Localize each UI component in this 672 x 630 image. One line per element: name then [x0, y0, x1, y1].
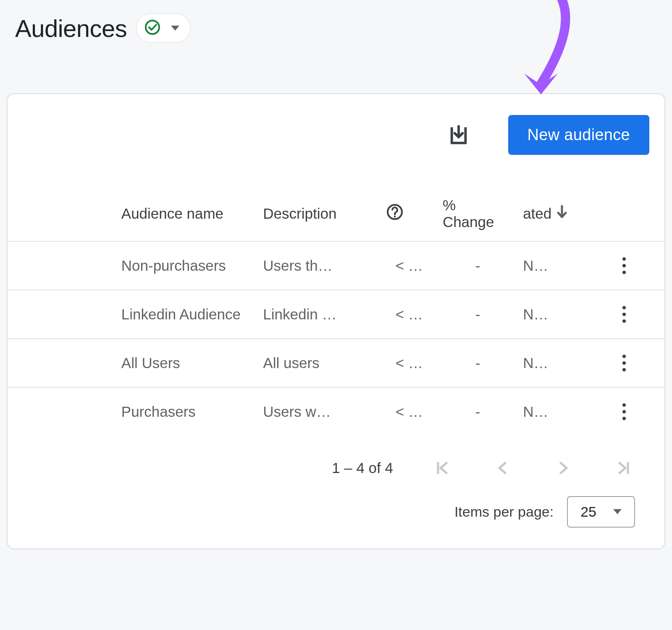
table-row[interactable]: All UsersAll users< …-N… — [8, 339, 664, 387]
card-toolbar: New audience — [8, 94, 664, 159]
chevron-down-icon — [613, 509, 622, 514]
cell-description: Linkedin … — [258, 290, 381, 339]
cell-ated: N… — [518, 290, 584, 339]
row-menu-button[interactable] — [589, 400, 659, 423]
cell-description: All users — [258, 339, 381, 387]
page-header: Audiences — [5, 0, 667, 60]
audiences-card: New audience Audience name Description — [7, 93, 665, 549]
row-menu-button[interactable] — [589, 303, 659, 326]
column-header-name[interactable]: Audience name — [116, 188, 258, 241]
cell-name: Non-purchasers — [116, 241, 258, 290]
column-header-change[interactable]: % Change — [438, 188, 518, 241]
new-audience-button[interactable]: New audience — [508, 115, 649, 155]
pagination-prev-button[interactable] — [491, 457, 514, 479]
table-row[interactable]: PurchasersUsers w…< …-N… — [8, 387, 664, 436]
cell-name: All Users — [116, 339, 258, 387]
pagination-last-button[interactable] — [612, 457, 635, 479]
cell-ated: N… — [518, 339, 584, 387]
row-menu-button[interactable] — [589, 254, 659, 277]
pagination-next-button[interactable] — [552, 457, 575, 479]
cell-ated: N… — [518, 241, 584, 290]
cell-col3: < … — [381, 290, 438, 339]
svg-point-0 — [146, 21, 159, 34]
row-menu-button[interactable] — [589, 352, 659, 374]
cell-name: Linkedin Audience — [116, 290, 258, 339]
cell-name: Purchasers — [116, 387, 258, 436]
import-icon[interactable] — [447, 123, 470, 147]
cell-col3: < … — [381, 241, 438, 290]
pagination-bar: 1 – 4 of 4 — [8, 436, 664, 484]
cell-description: Users th… — [258, 241, 381, 290]
sort-desc-icon — [556, 204, 568, 223]
cell-description: Users w… — [258, 387, 381, 436]
audiences-table: Audience name Description — [8, 188, 664, 436]
cell-change: - — [438, 387, 518, 436]
column-header-ated[interactable]: ated — [518, 188, 584, 241]
items-per-page-label: Items per page: — [454, 504, 554, 520]
cell-ated: N… — [518, 387, 584, 436]
help-icon[interactable] — [386, 203, 404, 221]
cell-change: - — [438, 241, 518, 290]
cell-col3: < … — [381, 339, 438, 387]
items-per-page-value: 25 — [580, 504, 596, 520]
table-row[interactable]: Linkedin AudienceLinkedin …< …-N… — [8, 290, 664, 339]
pagination-first-button[interactable] — [431, 457, 454, 479]
status-dropdown[interactable] — [136, 13, 191, 43]
column-header-description[interactable]: Description — [258, 188, 381, 241]
chevron-down-icon — [171, 26, 179, 31]
page-title: Audiences — [15, 14, 127, 42]
cell-change: - — [438, 290, 518, 339]
items-per-page-select[interactable]: 25 — [567, 496, 635, 528]
column-header-ated-label: ated — [523, 205, 551, 222]
table-row[interactable]: Non-purchasersUsers th…< …-N… — [8, 241, 664, 290]
svg-point-2 — [394, 216, 396, 218]
cell-col3: < … — [381, 387, 438, 436]
items-per-page: Items per page: 25 — [8, 484, 664, 549]
cell-change: - — [438, 339, 518, 387]
check-circle-icon — [144, 19, 161, 37]
pagination-range: 1 – 4 of 4 — [332, 460, 393, 476]
